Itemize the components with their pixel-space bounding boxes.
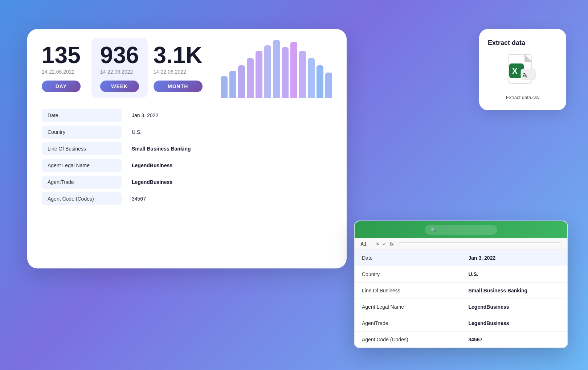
- ss-label-1: Country: [355, 266, 461, 282]
- data-row-0: DateJan 3, 2022: [42, 109, 332, 122]
- data-row-3: Agent Legal NameLegendBusiness: [42, 159, 332, 172]
- ss-value-2: Small Business Banking: [461, 283, 568, 299]
- confirm-formula-icon[interactable]: ✓: [383, 241, 387, 247]
- stats-row: 135 14-22.06.2022 DAY 936 14-22.06.2022 …: [42, 44, 332, 98]
- ss-value-1: U.S.: [461, 266, 568, 282]
- day-button[interactable]: DAY: [42, 81, 81, 92]
- data-row-5: Agent Code (Codes)34567: [42, 192, 332, 205]
- ss-label-2: Line Of Business: [355, 283, 461, 299]
- ss-row-1: CountryU.S.: [355, 266, 567, 283]
- stat-month: 3.1K 14-22.06.2022 MONTH: [154, 44, 213, 92]
- svg-text:X: X: [512, 66, 518, 75]
- data-value-5: 34567: [126, 192, 152, 205]
- data-label-4: AgentTrade: [42, 176, 122, 189]
- data-label-2: Line Of Business: [42, 142, 122, 155]
- ss-value-3: LegendBusiness: [461, 299, 568, 315]
- fx-icon[interactable]: fx: [389, 241, 394, 247]
- ss-row-3: Agent Legal NameLegendBusiness: [355, 299, 567, 315]
- data-label-1: Country: [42, 126, 122, 139]
- stat-week-date: 14-22.06.2022: [100, 69, 139, 75]
- stat-day: 135 14-22.06.2022 DAY: [42, 44, 91, 92]
- chart-bar-3: [247, 58, 254, 98]
- chart-bar-9: [299, 51, 306, 98]
- svg-text:a,: a,: [523, 71, 527, 78]
- chart-bar-1: [229, 71, 236, 98]
- chart-bar-10: [308, 58, 315, 98]
- extract-card-title: Extract data: [488, 39, 525, 47]
- data-value-2: Small Business Banking: [126, 142, 197, 155]
- data-value-1: U.S.: [126, 126, 147, 139]
- stat-day-value: 135: [42, 44, 81, 67]
- chart-bar-5: [264, 45, 271, 98]
- ss-row-0: DateJan 3, 2022: [355, 250, 567, 266]
- ss-value-4: LegendBusiness: [461, 315, 568, 331]
- dashboard-card: 135 14-22.06.2022 DAY 936 14-22.06.2022 …: [27, 29, 347, 268]
- ss-label-3: Agent Legal Name: [355, 299, 461, 315]
- formula-controls: ✕ ✓ fx: [376, 241, 394, 247]
- data-label-3: Agent Legal Name: [42, 159, 122, 172]
- chart-bar-11: [317, 65, 323, 98]
- stat-month-value: 3.1K: [154, 44, 203, 67]
- ss-row-4: AgentTradeLegendBusiness: [355, 315, 567, 332]
- spreadsheet-card: 🔍 A1 ✕ ✓ fx DateJan 3, 2022CountryU.S.Li…: [354, 221, 568, 348]
- ss-row-5: Agent Code (Codes)34567: [355, 332, 567, 348]
- spreadsheet-header: 🔍: [355, 221, 567, 238]
- chart-bar-8: [290, 42, 297, 98]
- stat-month-date: 14-22.06.2022: [154, 69, 203, 75]
- ss-label-5: Agent Code (Codes): [355, 332, 461, 348]
- search-icon: 🔍: [430, 227, 436, 233]
- chart-bar-2: [238, 65, 245, 98]
- chart-bar-7: [282, 47, 289, 98]
- data-value-4: LegendBusiness: [126, 176, 178, 189]
- spreadsheet-table: DateJan 3, 2022CountryU.S.Line Of Busine…: [355, 250, 567, 348]
- cell-reference: A1: [360, 241, 371, 247]
- data-value-3: LegendBusiness: [126, 159, 178, 172]
- month-button[interactable]: MONTH: [154, 81, 203, 92]
- chart-bar-12: [325, 73, 332, 98]
- spreadsheet-search-bar[interactable]: 🔍: [425, 225, 497, 235]
- stat-day-date: 14-22.06.2022: [42, 69, 81, 75]
- formula-input[interactable]: [398, 242, 562, 246]
- data-value-0: Jan 3, 2022: [126, 109, 164, 122]
- cancel-formula-icon[interactable]: ✕: [376, 241, 380, 247]
- bar-chart: [213, 44, 332, 98]
- file-icon: X a,: [506, 53, 539, 89]
- ss-label-0: Date: [355, 250, 461, 266]
- ss-label-4: AgentTrade: [355, 315, 461, 331]
- ss-value-5: 34567: [461, 332, 568, 348]
- data-label-5: Agent Code (Codes): [42, 192, 122, 205]
- extract-card: Extract data X a, Extract data.csv: [479, 29, 566, 110]
- week-button[interactable]: WEEK: [100, 81, 139, 92]
- formula-bar: A1 ✕ ✓ fx: [355, 238, 567, 250]
- chart-bar-6: [273, 40, 280, 98]
- data-row-1: CountryU.S.: [42, 126, 332, 139]
- ss-value-0: Jan 3, 2022: [461, 250, 568, 266]
- stat-week-value: 936: [100, 44, 139, 67]
- data-row-4: AgentTradeLegendBusiness: [42, 176, 332, 189]
- chart-bar-0: [221, 76, 228, 98]
- data-row-2: Line Of BusinessSmall Business Banking: [42, 142, 332, 155]
- stat-week: 936 14-22.06.2022 WEEK: [91, 38, 148, 98]
- extract-filename: Extract data.csv: [506, 95, 539, 100]
- ss-row-2: Line Of BusinessSmall Business Banking: [355, 283, 567, 299]
- data-table: DateJan 3, 2022CountryU.S.Line Of Busine…: [42, 109, 332, 205]
- data-label-0: Date: [42, 109, 122, 122]
- chart-bar-4: [256, 51, 262, 98]
